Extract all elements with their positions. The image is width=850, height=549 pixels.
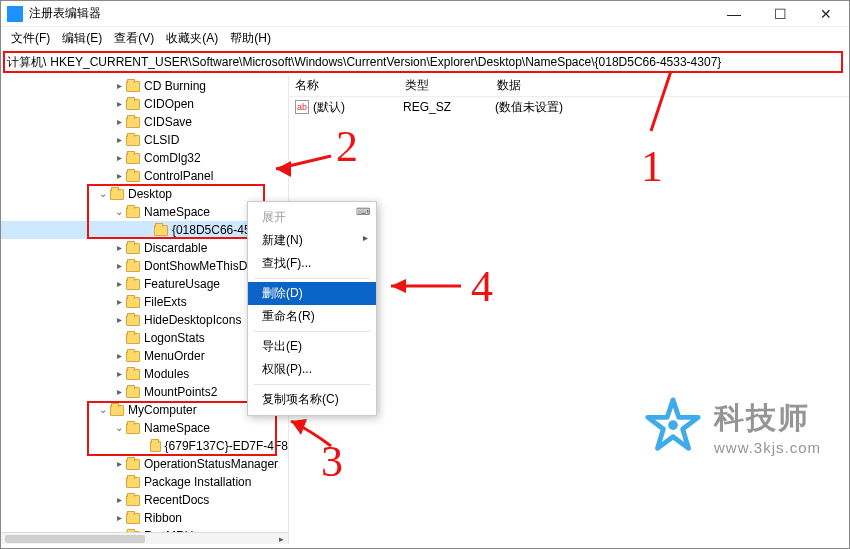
menu-view[interactable]: 查看(V)	[108, 28, 160, 49]
tree-item-label: LogonStats	[144, 329, 205, 347]
titlebar: 注册表编辑器 — ☐ ✕	[1, 1, 849, 27]
tree-item[interactable]: ▸ControlPanel	[1, 167, 288, 185]
folder-icon	[126, 153, 140, 164]
folder-icon	[126, 99, 140, 110]
tree-item[interactable]: ▸HideDesktopIcons	[1, 311, 288, 329]
expand-caret-icon[interactable]: ▸	[113, 455, 125, 473]
svg-point-0	[668, 420, 678, 430]
tree-item-label: CD Burning	[144, 77, 206, 95]
folder-icon	[126, 423, 140, 434]
tree-item[interactable]: ▸CLSID	[1, 131, 288, 149]
expand-caret-icon[interactable]: ▸	[113, 491, 125, 509]
tree-item[interactable]: ⌄Desktop	[1, 185, 288, 203]
expand-caret-icon[interactable]: ▸	[113, 347, 125, 365]
menu-help[interactable]: 帮助(H)	[224, 28, 277, 49]
tree-item[interactable]: ▸CIDSave	[1, 113, 288, 131]
tree-item[interactable]: ⌄NameSpace	[1, 203, 288, 221]
folder-icon	[126, 477, 140, 488]
ctx-rename[interactable]: 重命名(R)	[248, 305, 376, 328]
tree-item[interactable]: ▸CIDOpen	[1, 95, 288, 113]
tree-item[interactable]: {018D5C66-4533-430	[1, 221, 288, 239]
folder-icon	[126, 333, 140, 344]
expand-caret-icon[interactable]: ⌄	[113, 203, 125, 221]
tree-item-label: Discardable	[144, 239, 207, 257]
expand-caret-icon[interactable]: ▸	[113, 167, 125, 185]
ctx-find[interactable]: 查找(F)...	[248, 252, 376, 275]
expand-caret-icon[interactable]: ▸	[113, 365, 125, 383]
expand-caret-icon[interactable]: ▸	[113, 239, 125, 257]
value-name: (默认)	[313, 99, 403, 116]
expand-caret-icon[interactable]: ▸	[113, 131, 125, 149]
expand-caret-icon[interactable]: ▸	[113, 95, 125, 113]
expand-caret-icon[interactable]: ⌄	[113, 419, 125, 437]
menu-favorites[interactable]: 收藏夹(A)	[160, 28, 224, 49]
ctx-export[interactable]: 导出(E)	[248, 335, 376, 358]
close-button[interactable]: ✕	[803, 1, 849, 27]
tree-item[interactable]: ▸FeatureUsage	[1, 275, 288, 293]
tree-item[interactable]: LogonStats	[1, 329, 288, 347]
tree-item[interactable]: ▸Discardable	[1, 239, 288, 257]
folder-icon	[126, 117, 140, 128]
tree-item-label: ComDlg32	[144, 149, 201, 167]
expand-caret-icon[interactable]: ▸	[113, 275, 125, 293]
address-input[interactable]	[48, 54, 841, 70]
watermark-text: 科技师	[714, 398, 821, 439]
horizontal-scrollbar[interactable]: ◂ ▸	[1, 532, 288, 544]
tree-item-label: MountPoints2	[144, 383, 217, 401]
expand-caret-icon[interactable]: ▸	[113, 113, 125, 131]
col-data[interactable]: 数据	[491, 77, 849, 94]
tree-item[interactable]: ▸DontShowMeThisDi	[1, 257, 288, 275]
tree-item[interactable]: Package Installation	[1, 473, 288, 491]
string-value-icon: ab	[295, 100, 309, 114]
tree-item[interactable]: ⌄NameSpace	[1, 419, 288, 437]
expand-caret-icon[interactable]: ▸	[113, 509, 125, 527]
expand-caret-icon[interactable]: ▸	[113, 77, 125, 95]
tree-item-label: FileExts	[144, 293, 187, 311]
ctx-copy-key-name[interactable]: 复制项名称(C)	[248, 388, 376, 411]
tree-item[interactable]: ▸ComDlg32	[1, 149, 288, 167]
folder-icon	[110, 189, 124, 200]
tree-item[interactable]: ▸CD Burning	[1, 77, 288, 95]
expand-caret-icon[interactable]: ▸	[113, 257, 125, 275]
tree-item[interactable]: ▸Ribbon	[1, 509, 288, 527]
ctx-delete[interactable]: 删除(D)	[248, 282, 376, 305]
tree-item-label: MenuOrder	[144, 347, 205, 365]
tree-item-label: Desktop	[128, 185, 172, 203]
tree-item[interactable]: ▸RecentDocs	[1, 491, 288, 509]
folder-icon	[126, 279, 140, 290]
folder-icon	[126, 459, 140, 470]
tree-item[interactable]: {679F137C}-ED7F-4F8	[1, 437, 288, 455]
address-bar: 计算机\	[3, 51, 843, 73]
tree-item[interactable]: ▸MenuOrder	[1, 347, 288, 365]
menu-edit[interactable]: 编辑(E)	[56, 28, 108, 49]
ctx-sep-3	[254, 384, 370, 385]
ctx-sep-1	[254, 278, 370, 279]
maximize-button[interactable]: ☐	[757, 1, 803, 27]
expand-caret-icon[interactable]: ▸	[113, 293, 125, 311]
tree-item-label: CIDOpen	[144, 95, 194, 113]
minimize-button[interactable]: —	[711, 1, 757, 27]
expand-caret-icon[interactable]: ⌄	[97, 185, 109, 203]
folder-icon	[126, 513, 140, 524]
tree-item-label: DontShowMeThisDi	[144, 257, 250, 275]
col-name[interactable]: 名称	[289, 77, 399, 94]
ctx-permissions[interactable]: 权限(P)...	[248, 358, 376, 381]
folder-icon	[110, 405, 124, 416]
expand-caret-icon[interactable]: ▸	[113, 149, 125, 167]
ctx-new[interactable]: 新建(N)	[248, 229, 376, 252]
tree-item[interactable]: ▸MountPoints2	[1, 383, 288, 401]
expand-caret-icon[interactable]: ▸	[113, 311, 125, 329]
expand-caret-icon[interactable]: ▸	[113, 383, 125, 401]
tree-item[interactable]: ▸FileExts	[1, 293, 288, 311]
context-menu: ⌨ 展开 新建(N) 查找(F)... 删除(D) 重命名(R) 导出(E) 权…	[247, 201, 377, 416]
tree-item[interactable]: ▸Modules	[1, 365, 288, 383]
menu-file[interactable]: 文件(F)	[5, 28, 56, 49]
col-type[interactable]: 类型	[399, 77, 491, 94]
folder-icon	[126, 81, 140, 92]
list-row[interactable]: ab (默认) REG_SZ (数值未设置)	[289, 97, 849, 117]
ctx-expand: 展开	[248, 206, 376, 229]
ctx-sep-2	[254, 331, 370, 332]
expand-caret-icon[interactable]: ⌄	[97, 401, 109, 419]
tree-item[interactable]: ⌄MyComputer	[1, 401, 288, 419]
tree-item[interactable]: ▸OperationStatusManager	[1, 455, 288, 473]
